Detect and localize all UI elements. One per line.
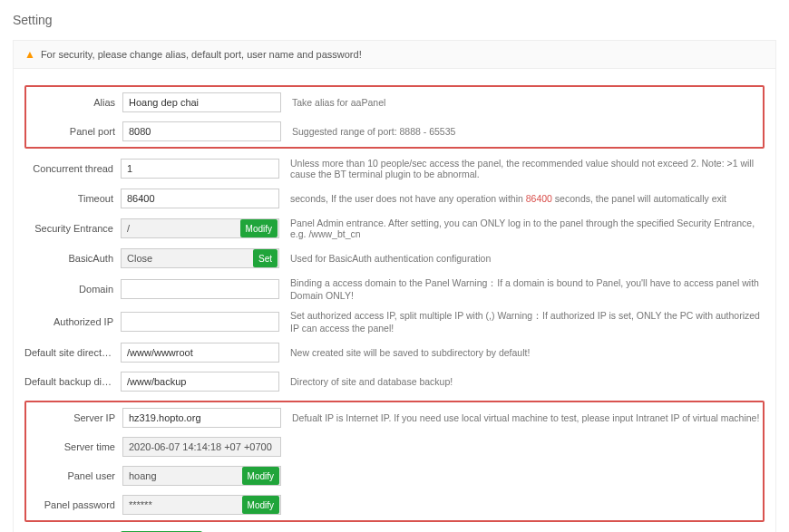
highlight-box-bottom: Server IP Defualt IP is Internet IP. If … <box>24 401 765 522</box>
timeout-label: Timeout <box>24 193 121 204</box>
security-help: Panel Admin entrance. After setting, you… <box>290 218 765 239</box>
security-label: Security Entrance <box>24 223 121 234</box>
settings-panel: ▲ For security, please change alias, def… <box>13 40 776 532</box>
site-dir-input[interactable] <box>121 343 279 363</box>
domain-help: Binding a access domain to the Panel War… <box>290 277 765 301</box>
authorized-input[interactable] <box>121 312 279 332</box>
alias-input[interactable] <box>122 92 281 112</box>
basicauth-set-button[interactable]: Set <box>253 249 278 267</box>
alias-help: Take alias for aaPanel <box>292 97 763 108</box>
timeout-help: seconds, If the user does not have any o… <box>290 193 765 204</box>
site-dir-help: New created site will be saved to subdir… <box>290 347 765 358</box>
security-alert: ▲ For security, please change alias, def… <box>14 41 775 69</box>
domain-input[interactable] <box>121 279 279 299</box>
panel-user-label: Panel user <box>26 470 122 481</box>
backup-dir-help: Directory of site and database backup! <box>290 376 765 387</box>
authorized-label: Authorized IP <box>24 316 121 327</box>
panel-pwd-modify-button[interactable]: Modify <box>242 496 279 514</box>
server-ip-label: Server IP <box>26 412 122 423</box>
site-dir-label: Default site directory <box>24 347 121 358</box>
alias-label: Alias <box>26 97 122 108</box>
highlight-box-top: Alias Take alias for aaPanel Panel port … <box>24 85 765 149</box>
panel-port-help: Suggested range of port: 8888 - 65535 <box>292 126 763 137</box>
backup-dir-label: Default backup dire... <box>24 376 121 387</box>
domain-label: Domain <box>24 284 121 295</box>
server-time-label: Server time <box>26 441 122 452</box>
panel-port-label: Panel port <box>26 126 122 137</box>
concurrent-help: Unless more than 10 people/sec access th… <box>290 158 765 179</box>
concurrent-label: Concurrent thread <box>24 163 121 174</box>
basicauth-help: Used for BasicAuth authentication config… <box>290 253 765 264</box>
server-time-input <box>122 437 281 457</box>
security-modify-button[interactable]: Modify <box>240 219 278 237</box>
server-ip-help: Defualt IP is Internet IP. If you need u… <box>292 412 763 423</box>
authorized-help: Set authorized access IP, split multiple… <box>290 310 765 334</box>
backup-dir-input[interactable] <box>121 372 279 392</box>
panel-port-input[interactable] <box>122 121 281 141</box>
basicauth-label: BasicAuth <box>24 253 121 264</box>
timeout-input[interactable] <box>121 189 279 208</box>
warning-icon: ▲ <box>24 48 35 61</box>
server-ip-input[interactable] <box>122 408 281 428</box>
concurrent-input[interactable] <box>121 159 279 179</box>
panel-pwd-label: Panel password <box>26 499 122 510</box>
panel-user-modify-button[interactable]: Modify <box>242 467 279 485</box>
alert-text: For security, please change alias, defau… <box>41 49 362 60</box>
page-title: Setting <box>13 13 789 27</box>
